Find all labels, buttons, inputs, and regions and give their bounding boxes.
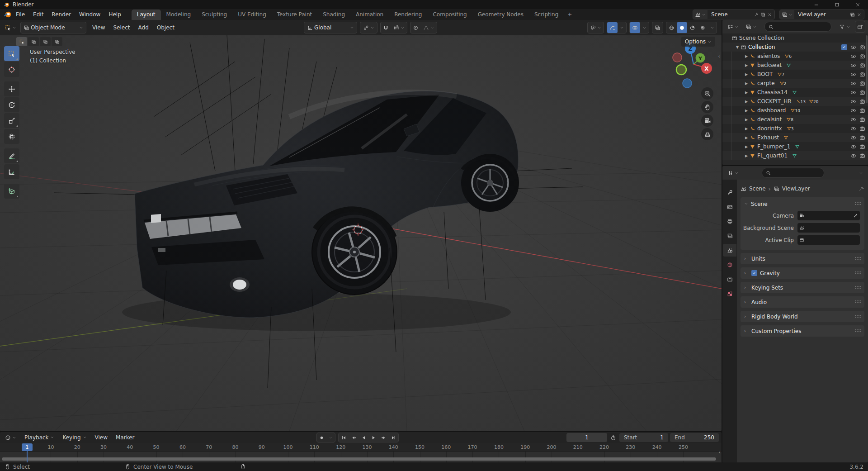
unlink-scene-icon[interactable] [767,12,772,17]
axis-x-neg-handle[interactable] [673,53,682,62]
workspace-tab-shading[interactable]: Shading [317,10,350,20]
tool-scale[interactable] [4,113,19,128]
new-collection-button[interactable] [855,21,865,33]
play-reverse-button[interactable] [359,433,368,442]
end-frame-field[interactable]: End 250 [670,433,719,442]
panel-drag-handle[interactable] [854,202,861,206]
workspace-tab-animation[interactable]: Animation [350,10,389,20]
expander-icon[interactable]: ▶ [743,100,750,104]
outliner-item-name[interactable]: COCKPIT_HR [757,98,792,105]
disable-render-toggle[interactable] [859,126,865,132]
outliner-item-name[interactable]: doorinttx [757,125,782,132]
next-keyframe-button[interactable] [378,433,388,442]
properties-tab-render[interactable] [723,200,736,213]
outliner-item-name[interactable]: F_bumper_1 [757,143,790,150]
panel-drag-handle[interactable] [854,329,861,333]
close-button[interactable] [847,0,868,9]
viewport-menu-view[interactable]: View [88,23,109,32]
hide-eye-toggle[interactable] [850,126,856,132]
property-field-camera[interactable] [797,211,860,220]
car-model[interactable] [135,91,519,318]
navigation-gizmo[interactable]: Z Y X [670,43,713,88]
tool-rotate[interactable] [4,97,19,112]
properties-tab-tool[interactable] [723,186,736,199]
scene-panel-header[interactable]: Scene [741,198,864,209]
properties-search-input[interactable] [762,168,824,178]
property-field-active-clip[interactable] [797,235,860,245]
menu-file[interactable]: File [12,10,29,19]
menu-window[interactable]: Window [75,10,104,19]
timeline-scrollbar[interactable] [2,457,716,461]
playhead-line[interactable] [27,451,28,462]
shading-material-button[interactable] [687,22,698,33]
properties-editor[interactable]: Scene › ViewLayer Scene CameraBackground… [722,166,868,462]
new-viewlayer-icon[interactable] [850,12,855,17]
workspace-tab-texture-paint[interactable]: Texture Paint [272,10,317,20]
outliner-row-f-bumper-1[interactable]: ▶F_bumper_1 [722,142,868,151]
nav-toggle-perspective-button[interactable] [701,128,713,140]
hide-eye-toggle[interactable] [850,90,856,95]
expander-icon[interactable]: ▶ [743,109,750,113]
outliner-item-name[interactable]: carpte [757,80,775,86]
expander-icon[interactable]: ▼ [734,45,741,49]
timeline-menu-keying[interactable]: Keying [58,433,90,442]
disable-render-toggle[interactable] [859,44,865,50]
panel-header-rigid-body-world[interactable]: ›Rigid Body World [741,311,864,322]
disable-render-toggle[interactable] [859,81,865,86]
disable-render-toggle[interactable] [859,108,865,114]
hide-eye-toggle[interactable] [850,81,856,86]
disable-render-toggle[interactable] [859,53,865,59]
nav-camera-view-button[interactable] [701,114,713,127]
disable-render-toggle[interactable] [859,144,865,150]
shading-rendered-button[interactable] [698,22,708,33]
collection-checkbox[interactable] [841,44,847,50]
playhead-badge[interactable]: 1 [22,443,33,451]
properties-tab-output[interactable] [723,215,736,228]
viewport-menu-object[interactable]: Object [153,23,179,32]
outliner-item-name[interactable]: FL_quart01 [757,152,788,159]
outliner-row-boot[interactable]: ▶BOOT7 [722,70,868,79]
tool-transform[interactable] [4,129,19,144]
properties-options-dropdown[interactable] [857,167,865,178]
panel-drag-handle[interactable] [854,285,861,290]
tool-measure[interactable] [4,164,19,179]
outliner-item-name[interactable]: Exhaust [757,134,779,141]
play-button[interactable] [368,433,378,442]
expander-icon[interactable]: ▶ [743,90,750,95]
panel-header-custom-properties[interactable]: ›Custom Properties [741,325,864,337]
sidebar-collapse-arrow[interactable]: ‹ [718,53,720,59]
nav-zoom-button[interactable] [701,87,713,100]
tool-annotate[interactable] [4,148,19,163]
outliner-row-fl-quart01[interactable]: ▶FL_quart01 [722,151,868,160]
outliner-row-scene-collection[interactable]: Scene Collection [722,33,868,43]
timeline-menu-playback[interactable]: Playback [20,433,58,442]
start-frame-field[interactable]: Start 1 [619,433,668,442]
xray-toggle[interactable] [652,22,663,33]
disable-render-toggle[interactable] [859,62,865,68]
timeline-editor-type-button[interactable] [3,432,19,443]
outliner-row-doorinttx[interactable]: ▶doorinttx3 [722,124,868,133]
previous-keyframe-button[interactable] [349,433,359,442]
workspace-tab-geometry-nodes[interactable]: Geometry Nodes [472,10,529,20]
panel-drag-handle[interactable] [854,300,861,304]
select-mode-extend-button[interactable] [28,37,39,46]
axis-z-neg-handle[interactable] [683,79,692,88]
panel-drag-handle[interactable] [854,314,861,319]
panel-header-audio[interactable]: ›Audio [741,296,864,308]
tool-move[interactable] [4,81,19,96]
properties-tab-collection[interactable] [723,273,736,285]
outliner-editor[interactable]: Scene Collection▼Collection▶asientos6▶ba… [722,20,868,165]
outliner-row-dashboard[interactable]: ▶dashboard10 [722,106,868,115]
scene-selector[interactable]: Scene [693,10,775,19]
proportional-falloff-dropdown[interactable] [421,22,437,33]
select-mode-intersect-button[interactable] [52,37,62,46]
pin-icon[interactable] [754,12,759,17]
shading-dropdown[interactable] [708,22,717,33]
hide-eye-toggle[interactable] [850,144,856,150]
workspace-tab-item[interactable]: + [564,10,576,20]
workspace-tab-sculpting[interactable]: Sculpting [196,10,232,20]
viewport-menu-add[interactable]: Add [134,23,153,32]
shading-wireframe-button[interactable] [666,22,677,33]
menu-edit[interactable]: Edit [29,10,47,19]
overlays-dropdown[interactable] [640,22,649,33]
